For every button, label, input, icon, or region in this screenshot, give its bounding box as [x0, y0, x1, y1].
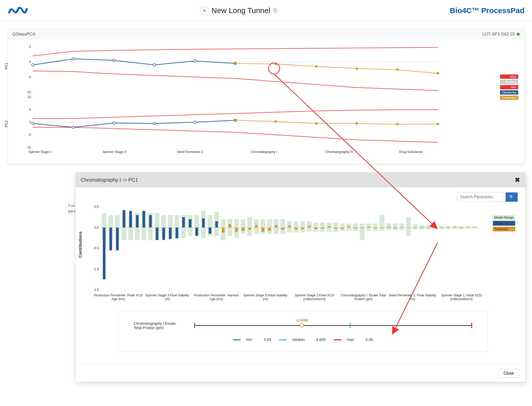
svg-rect-141 [387, 227, 390, 227]
contribution-panel: Chromatography I -> PC1 ✖ 🔍 Contribution… [75, 172, 525, 382]
contrib-ylabel: Contributions [78, 231, 83, 258]
svg-point-13 [315, 65, 317, 67]
svg-rect-79 [353, 223, 358, 231]
svg-rect-131 [321, 228, 324, 229]
svg-text:5: 5 [29, 108, 31, 111]
svg-rect-125 [281, 228, 284, 230]
pc-legend: Max Median Min Observed Predicted [500, 74, 518, 101]
refresh-button[interactable]: ⟲ [200, 7, 208, 14]
search-button[interactable]: 🔍 [506, 192, 518, 202]
svg-point-30 [275, 120, 277, 123]
search-input[interactable] [457, 192, 505, 201]
svg-text:-5: -5 [28, 75, 31, 79]
brand-logo [8, 5, 28, 16]
svg-text:0: 0 [29, 60, 31, 64]
svg-point-9 [194, 60, 196, 62]
contrib-legend: Model Range Observed Predicted [493, 215, 515, 232]
svg-rect-144 [407, 228, 410, 228]
svg-point-12 [275, 63, 277, 65]
svg-text:0.5: 0.5 [94, 205, 99, 209]
svg-rect-83 [380, 215, 384, 231]
svg-rect-139 [374, 228, 377, 228]
svg-rect-126 [288, 225, 291, 227]
svg-rect-145 [414, 228, 417, 228]
svg-text:-1.0: -1.0 [93, 267, 99, 271]
svg-rect-128 [301, 228, 304, 229]
svg-rect-66 [267, 219, 272, 234]
svg-text:-1.5: -1.5 [93, 288, 99, 292]
svg-rect-104 [143, 211, 145, 228]
close-icon[interactable]: ✖ [515, 176, 520, 184]
panel-name: QStepsPCA [12, 32, 35, 37]
svg-rect-147 [427, 228, 430, 228]
svg-rect-129 [308, 226, 311, 228]
svg-rect-123 [268, 228, 271, 231]
svg-rect-154 [473, 227, 476, 228]
pc2-chart[interactable]: -10-50510 [23, 95, 440, 150]
svg-rect-116 [222, 228, 225, 233]
svg-point-23 [32, 122, 34, 125]
svg-rect-88 [413, 224, 417, 229]
svg-rect-99 [109, 228, 112, 251]
svg-rect-100 [116, 228, 119, 251]
svg-point-16 [437, 72, 439, 74]
lot-badge: LOT-SP1-042-15 [482, 32, 520, 37]
svg-point-32 [356, 123, 358, 125]
svg-point-29 [234, 119, 236, 121]
svg-rect-132 [328, 226, 331, 228]
svg-rect-85 [393, 223, 397, 230]
svg-rect-140 [381, 228, 383, 228]
svg-rect-62 [241, 219, 245, 234]
svg-text:0: 0 [29, 120, 31, 124]
svg-rect-73 [314, 223, 318, 232]
slider-label: Chromatography I:Eluate Total Protein (g… [134, 321, 184, 330]
close-button[interactable]: Close [498, 369, 519, 378]
svg-rect-149 [440, 227, 443, 228]
svg-rect-153 [467, 227, 469, 228]
svg-rect-76 [333, 223, 338, 232]
svg-rect-121 [255, 225, 258, 228]
svg-rect-106 [156, 228, 158, 240]
svg-rect-77 [340, 223, 344, 231]
panel2-title: Chromatography I -> PC1 [81, 177, 138, 183]
pc1-chart[interactable]: -10-505 [23, 44, 440, 95]
brand-title: Bio4C™ ProcessPad [450, 6, 524, 15]
svg-text:-5: -5 [28, 133, 31, 137]
svg-rect-103 [136, 215, 139, 228]
svg-text:-10: -10 [27, 90, 31, 94]
slider-marker[interactable] [300, 323, 304, 327]
info-icon[interactable]: ⓘ [273, 8, 277, 13]
pca-panel: QStepsPCA LOT-SP1-042-15 PC1 -10-505 PC2… [8, 29, 524, 164]
svg-rect-63 [247, 217, 252, 236]
svg-rect-138 [368, 227, 370, 227]
svg-rect-93 [446, 226, 450, 229]
svg-point-11 [234, 62, 236, 64]
svg-point-6 [72, 58, 75, 60]
svg-point-25 [113, 122, 115, 124]
svg-text:5: 5 [29, 45, 31, 49]
parameter-slider-box: Chromatography I:Eluate Total Protein (g… [118, 311, 487, 352]
svg-point-24 [72, 126, 75, 129]
svg-rect-98 [103, 228, 106, 279]
contribution-chart[interactable]: -1.5-1.0-0.50.00.5 [88, 204, 480, 292]
svg-text:10: 10 [28, 95, 31, 99]
svg-rect-127 [295, 228, 297, 230]
svg-rect-86 [400, 223, 404, 230]
svg-rect-118 [235, 228, 238, 232]
svg-rect-101 [123, 210, 125, 227]
svg-point-27 [194, 121, 196, 124]
svg-rect-151 [454, 227, 456, 228]
svg-rect-82 [373, 223, 378, 231]
svg-rect-70 [294, 221, 298, 233]
svg-rect-124 [275, 225, 278, 228]
svg-text:-0.5: -0.5 [93, 246, 99, 250]
svg-rect-142 [394, 228, 397, 228]
slider-track[interactable]: 4.3488 [194, 325, 472, 326]
svg-point-7 [113, 59, 115, 62]
svg-rect-120 [248, 228, 251, 230]
svg-rect-112 [195, 228, 198, 236]
svg-rect-115 [215, 221, 218, 228]
svg-rect-105 [149, 215, 152, 228]
svg-rect-133 [334, 228, 337, 229]
svg-rect-68 [280, 219, 285, 234]
